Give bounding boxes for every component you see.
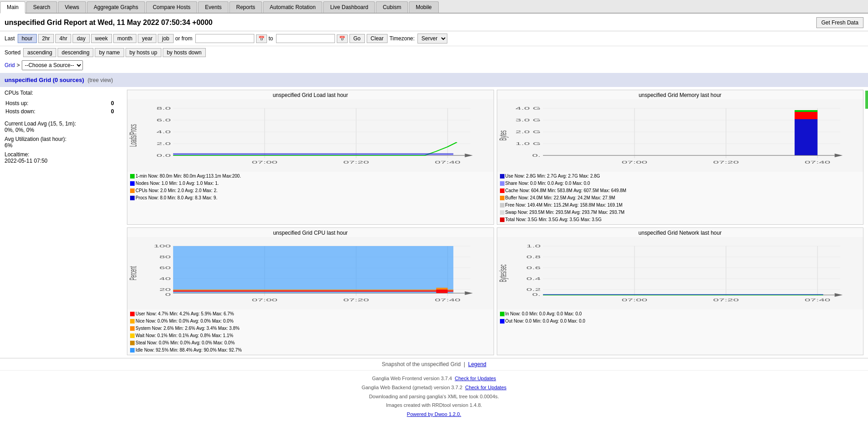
localtime-value: 2022-05-11 07:50	[5, 158, 122, 164]
network-chart-body: 1.0 0.8 0.6 0.4 0.2 0. 07:00 07:20 07:40…	[497, 237, 863, 309]
cpus-total-label: CPUs Total:	[5, 90, 33, 96]
network-chart-title: unspecified Grid Network last hour	[497, 228, 863, 237]
time-btn-hour[interactable]: hour	[18, 34, 37, 43]
legend-text: User Now: 4.7% Min: 4.2% Avg: 5.9% Max: …	[136, 310, 234, 318]
legend-item: Idle Now: 92.5% Min: 88.4% Avg: 90.0% Ma…	[130, 347, 491, 354]
svg-text:0.: 0.	[532, 153, 540, 158]
svg-text:07:20: 07:20	[343, 298, 369, 302]
from-calendar-button[interactable]: 📅	[256, 34, 267, 43]
time-btn-day[interactable]: day	[73, 34, 89, 43]
legend-link[interactable]: Legend	[468, 361, 486, 367]
legend-item: Buffer Now: 24.0M Min: 22.5M Avg: 24.2M …	[500, 194, 861, 202]
legend-item: Steal Now: 0.0% Min: 0.0% Avg: 0.0% Max:…	[130, 339, 491, 347]
hosts-down-label: Hosts down:	[5, 108, 110, 115]
svg-text:100: 100	[154, 244, 171, 248]
legend-text: Buffer Now: 24.0M Min: 22.5M Avg: 24.2M …	[505, 194, 616, 202]
legend-item: Procs Now: 8.0 Min: 8.0 Avg: 8.3 Max: 9.	[130, 194, 491, 202]
clear-button[interactable]: Clear	[367, 34, 388, 43]
svg-text:07:40: 07:40	[805, 298, 830, 302]
sort-btn-by-hosts-up[interactable]: by hosts up	[126, 48, 161, 57]
svg-text:07:40: 07:40	[805, 160, 830, 164]
sort-btn-by-hosts-down[interactable]: by hosts down	[163, 48, 206, 57]
time-btn-4hr[interactable]: 4hr	[55, 34, 71, 43]
hosts-up-value: 0	[111, 100, 121, 107]
go-button[interactable]: Go	[349, 34, 365, 43]
timezone-select[interactable]: Server UTC Local	[417, 34, 447, 43]
memory-chart-container: unspecified Grid Memory last hour 4.0 G …	[497, 90, 864, 225]
check-updates-2-link[interactable]: Check for Updates	[465, 385, 506, 390]
current-load-value: 0%, 0%, 0%	[5, 127, 122, 133]
svg-text:4.0 G: 4.0 G	[515, 106, 541, 111]
time-btn-month[interactable]: month	[113, 34, 136, 43]
tab-views[interactable]: Views	[58, 1, 86, 13]
tab-automatic-rotation[interactable]: Automatic Rotation	[263, 1, 322, 13]
legend-item: Wait Now: 0.1% Min: 0.1% Avg: 0.8% Max: …	[130, 332, 491, 339]
legend-color-swatch	[500, 196, 504, 200]
sort-btn-descending[interactable]: descending	[58, 48, 93, 57]
legend-color-swatch	[130, 341, 135, 345]
legend-color-swatch	[500, 312, 504, 316]
cpu-chart-body: 100 80 60 40 20 0 07:00 07:20 07:40 Perc…	[127, 237, 494, 309]
source-select[interactable]: --Choose a Source--	[22, 60, 83, 70]
svg-marker-64	[173, 290, 453, 290]
fresh-data-button[interactable]: Get Fresh Data	[816, 17, 863, 28]
tab-compare-hosts[interactable]: Compare Hosts	[146, 1, 197, 13]
tab-main[interactable]: Main	[0, 1, 25, 14]
svg-text:1.0 G: 1.0 G	[515, 141, 541, 146]
svg-rect-40	[795, 110, 817, 112]
tab-search[interactable]: Search	[26, 1, 57, 13]
cpu-chart-title: unspecified Grid CPU last hour	[127, 228, 494, 237]
tab-aggregate-graphs[interactable]: Aggregate Graphs	[87, 1, 145, 13]
powered-by-link[interactable]: Powered by Dwoo 1.2.0.	[407, 411, 461, 417]
load-chart-svg: 8.0 6.0 4.0 2.0 0.0 07:00 07:20 07:40 Lo…	[127, 99, 494, 172]
time-btn-job[interactable]: job	[158, 34, 173, 43]
sort-btn-ascending[interactable]: ascending	[23, 48, 56, 57]
svg-text:07:40: 07:40	[435, 160, 461, 164]
scroll-indicator[interactable]	[865, 91, 868, 109]
svg-text:80: 80	[160, 255, 171, 259]
grid-name-link[interactable]: unspecified Grid	[5, 77, 51, 83]
tab-reports[interactable]: Reports	[229, 1, 262, 13]
avg-util-value: 6%	[5, 142, 122, 149]
check-updates-1-link[interactable]: Check for Updates	[455, 376, 496, 381]
legend-item: Use Now: 2.8G Min: 2.7G Avg: 2.7G Max: 2…	[500, 173, 861, 180]
svg-text:8.0: 8.0	[156, 106, 171, 111]
last-label: Last	[5, 35, 15, 42]
tab-mobile[interactable]: Mobile	[409, 1, 438, 13]
legend-text: Nice Now: 0.0% Min: 0.0% Avg: 0.0% Max: …	[136, 318, 233, 325]
legend-item: In Now: 0.0 Min: 0.0 Avg: 0.0 Max: 0.0	[500, 310, 861, 318]
time-btn-2hr[interactable]: 2hr	[38, 34, 54, 43]
tab-cubism[interactable]: Cubism	[376, 1, 408, 13]
localtime-label: Localtime:	[5, 151, 122, 158]
to-calendar-button[interactable]: 📅	[337, 34, 348, 43]
parsing-info: Downloading and parsing ganglia's XML tr…	[369, 394, 499, 399]
grid-header: unspecified Grid (0 sources) (tree view)	[0, 75, 868, 85]
legend-text: Cache Now: 604.8M Min: 583.8M Avg: 607.5…	[505, 187, 626, 194]
svg-text:07:20: 07:20	[343, 160, 369, 164]
hosts-up-label: Hosts up:	[5, 100, 110, 107]
svg-text:40: 40	[160, 276, 171, 281]
tab-live-dashboard[interactable]: Live Dashboard	[323, 1, 375, 13]
legend-text: CPUs Now: 2.0 Min: 2.0 Avg: 2.0 Max: 2.	[136, 187, 218, 194]
avg-util-label: Avg Utilization (last hour):	[5, 136, 122, 142]
snapshot-footer: Snapshot of the unspecified Grid | Legen…	[0, 358, 868, 370]
tab-events[interactable]: Events	[198, 1, 228, 13]
load-chart-title: unspecified Grid Load last hour	[127, 90, 494, 99]
cpu-chart-container: unspecified Grid CPU last hour 100 80 60…	[127, 227, 494, 355]
legend-item: Out Now: 0.0 Min: 0.0 Avg: 0.0 Max: 0.0	[500, 318, 861, 325]
sort-btn-by-name[interactable]: by name	[95, 48, 124, 57]
svg-rect-39	[795, 112, 817, 119]
legend-color-swatch	[130, 348, 135, 353]
sorted-label: Sorted	[5, 49, 20, 56]
images-info: Images created with RRDtool version 1.4.…	[386, 402, 482, 408]
time-btn-year[interactable]: year	[138, 34, 156, 43]
legend-color-swatch	[500, 174, 504, 179]
to-input[interactable]	[276, 34, 335, 43]
ganglia-frontend-text: Ganglia Web Frontend version 3.7.4	[372, 376, 452, 381]
legend-text: Nodes Now: 1.0 Min: 1.0 Avg: 1.0 Max: 1.	[136, 180, 219, 187]
from-input[interactable]	[195, 34, 254, 43]
load-chart-legend: 1-min Now: 80.0m Min: 80.0m Avg:113.1m M…	[127, 172, 494, 203]
svg-text:2.0 G: 2.0 G	[515, 130, 541, 134]
grid-link[interactable]: Grid	[5, 62, 15, 68]
time-btn-week[interactable]: week	[91, 34, 112, 43]
